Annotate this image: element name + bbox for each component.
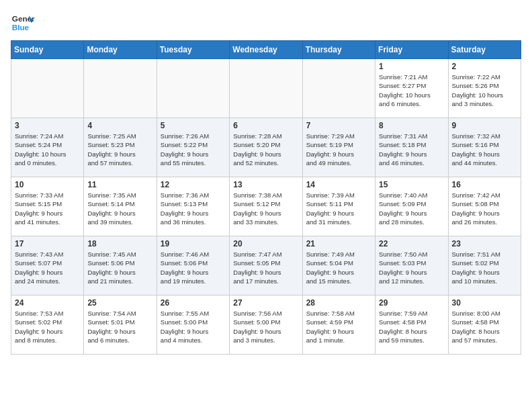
day-info: Sunrise: 7:50 AM Sunset: 5:03 PM Dayligh… bbox=[379, 250, 444, 285]
day-info: Sunrise: 7:24 AM Sunset: 5:24 PM Dayligh… bbox=[15, 132, 80, 167]
day-number: 7 bbox=[306, 121, 371, 130]
day-info: Sunrise: 7:33 AM Sunset: 5:15 PM Dayligh… bbox=[15, 191, 80, 226]
calendar-cell bbox=[157, 59, 229, 118]
day-info: Sunrise: 7:53 AM Sunset: 5:02 PM Dayligh… bbox=[15, 309, 80, 345]
day-number: 6 bbox=[233, 121, 298, 130]
day-number: 22 bbox=[379, 239, 444, 248]
calendar-cell: 17Sunrise: 7:43 AM Sunset: 5:07 PM Dayli… bbox=[11, 236, 84, 295]
calendar-cell: 15Sunrise: 7:40 AM Sunset: 5:09 PM Dayli… bbox=[375, 177, 448, 236]
day-number: 2 bbox=[452, 62, 517, 71]
calendar-cell: 19Sunrise: 7:46 AM Sunset: 5:06 PM Dayli… bbox=[157, 236, 229, 295]
day-of-week-header: Monday bbox=[84, 41, 157, 59]
calendar-cell: 24Sunrise: 7:53 AM Sunset: 5:02 PM Dayli… bbox=[11, 295, 84, 355]
calendar-cell: 4Sunrise: 7:25 AM Sunset: 5:23 PM Daylig… bbox=[84, 118, 157, 177]
day-info: Sunrise: 7:46 AM Sunset: 5:06 PM Dayligh… bbox=[161, 250, 226, 285]
day-number: 12 bbox=[161, 180, 226, 189]
day-number: 15 bbox=[379, 180, 444, 189]
calendar-cell: 29Sunrise: 7:59 AM Sunset: 4:58 PM Dayli… bbox=[375, 295, 448, 355]
calendar-cell bbox=[230, 59, 302, 118]
day-info: Sunrise: 7:59 AM Sunset: 4:58 PM Dayligh… bbox=[379, 309, 444, 345]
day-info: Sunrise: 7:29 AM Sunset: 5:19 PM Dayligh… bbox=[306, 132, 371, 167]
day-number: 23 bbox=[452, 239, 517, 248]
day-number: 3 bbox=[15, 121, 80, 130]
day-info: Sunrise: 7:35 AM Sunset: 5:14 PM Dayligh… bbox=[87, 191, 152, 226]
day-info: Sunrise: 7:55 AM Sunset: 5:00 PM Dayligh… bbox=[161, 309, 226, 345]
day-info: Sunrise: 7:25 AM Sunset: 5:23 PM Dayligh… bbox=[87, 132, 152, 167]
day-of-week-header: Thursday bbox=[302, 41, 375, 59]
calendar-cell: 23Sunrise: 7:51 AM Sunset: 5:02 PM Dayli… bbox=[448, 236, 521, 295]
day-info: Sunrise: 7:31 AM Sunset: 5:18 PM Dayligh… bbox=[379, 132, 444, 167]
calendar-cell: 8Sunrise: 7:31 AM Sunset: 5:18 PM Daylig… bbox=[375, 118, 448, 177]
calendar-cell bbox=[11, 59, 84, 118]
day-of-week-header: Saturday bbox=[448, 41, 521, 59]
day-number: 4 bbox=[87, 121, 152, 130]
day-of-week-header: Friday bbox=[375, 41, 448, 59]
calendar-cell: 21Sunrise: 7:49 AM Sunset: 5:04 PM Dayli… bbox=[302, 236, 375, 295]
day-number: 8 bbox=[379, 121, 444, 130]
day-number: 13 bbox=[233, 180, 298, 189]
calendar-cell: 6Sunrise: 7:28 AM Sunset: 5:20 PM Daylig… bbox=[230, 118, 302, 177]
day-of-week-header: Sunday bbox=[11, 41, 84, 59]
calendar-cell bbox=[84, 59, 157, 118]
calendar-cell: 27Sunrise: 7:56 AM Sunset: 5:00 PM Dayli… bbox=[230, 295, 302, 355]
calendar-cell: 5Sunrise: 7:26 AM Sunset: 5:22 PM Daylig… bbox=[157, 118, 229, 177]
calendar-cell: 26Sunrise: 7:55 AM Sunset: 5:00 PM Dayli… bbox=[157, 295, 229, 355]
day-info: Sunrise: 7:40 AM Sunset: 5:09 PM Dayligh… bbox=[379, 191, 444, 226]
calendar-cell: 7Sunrise: 7:29 AM Sunset: 5:19 PM Daylig… bbox=[302, 118, 375, 177]
day-number: 19 bbox=[161, 239, 226, 248]
day-info: Sunrise: 7:47 AM Sunset: 5:05 PM Dayligh… bbox=[233, 250, 298, 285]
day-number: 27 bbox=[233, 298, 298, 308]
calendar-cell: 28Sunrise: 7:58 AM Sunset: 4:59 PM Dayli… bbox=[302, 295, 375, 355]
svg-text:Blue: Blue bbox=[12, 23, 30, 32]
day-number: 18 bbox=[87, 239, 152, 248]
day-number: 14 bbox=[306, 180, 371, 189]
calendar-cell: 18Sunrise: 7:45 AM Sunset: 5:06 PM Dayli… bbox=[84, 236, 157, 295]
calendar-cell: 3Sunrise: 7:24 AM Sunset: 5:24 PM Daylig… bbox=[11, 118, 84, 177]
day-number: 28 bbox=[306, 298, 371, 308]
calendar-cell: 30Sunrise: 8:00 AM Sunset: 4:58 PM Dayli… bbox=[448, 295, 521, 355]
day-number: 24 bbox=[15, 298, 80, 308]
day-info: Sunrise: 7:22 AM Sunset: 5:26 PM Dayligh… bbox=[452, 73, 517, 108]
day-number: 5 bbox=[161, 121, 226, 130]
day-info: Sunrise: 7:42 AM Sunset: 5:08 PM Dayligh… bbox=[452, 191, 517, 226]
day-info: Sunrise: 7:51 AM Sunset: 5:02 PM Dayligh… bbox=[452, 250, 517, 285]
day-info: Sunrise: 7:43 AM Sunset: 5:07 PM Dayligh… bbox=[15, 250, 80, 285]
day-info: Sunrise: 7:21 AM Sunset: 5:27 PM Dayligh… bbox=[379, 73, 444, 108]
calendar-cell bbox=[302, 59, 375, 118]
calendar-cell: 11Sunrise: 7:35 AM Sunset: 5:14 PM Dayli… bbox=[84, 177, 157, 236]
day-number: 20 bbox=[233, 239, 298, 248]
calendar-cell: 14Sunrise: 7:39 AM Sunset: 5:11 PM Dayli… bbox=[302, 177, 375, 236]
logo: General Blue bbox=[11, 11, 35, 35]
calendar-cell: 13Sunrise: 7:38 AM Sunset: 5:12 PM Dayli… bbox=[230, 177, 302, 236]
day-info: Sunrise: 8:00 AM Sunset: 4:58 PM Dayligh… bbox=[452, 309, 517, 345]
calendar-cell: 12Sunrise: 7:36 AM Sunset: 5:13 PM Dayli… bbox=[157, 177, 229, 236]
calendar-cell: 16Sunrise: 7:42 AM Sunset: 5:08 PM Dayli… bbox=[448, 177, 521, 236]
day-of-week-header: Tuesday bbox=[157, 41, 229, 59]
calendar-cell: 9Sunrise: 7:32 AM Sunset: 5:16 PM Daylig… bbox=[448, 118, 521, 177]
day-number: 21 bbox=[306, 239, 371, 248]
day-info: Sunrise: 7:39 AM Sunset: 5:11 PM Dayligh… bbox=[306, 191, 371, 226]
calendar-cell: 22Sunrise: 7:50 AM Sunset: 5:03 PM Dayli… bbox=[375, 236, 448, 295]
logo-icon: General Blue bbox=[11, 11, 35, 35]
calendar-cell: 25Sunrise: 7:54 AM Sunset: 5:01 PM Dayli… bbox=[84, 295, 157, 355]
day-number: 17 bbox=[15, 239, 80, 248]
day-number: 26 bbox=[161, 298, 226, 308]
day-info: Sunrise: 7:58 AM Sunset: 4:59 PM Dayligh… bbox=[306, 309, 371, 345]
day-number: 25 bbox=[87, 298, 152, 308]
day-info: Sunrise: 7:26 AM Sunset: 5:22 PM Dayligh… bbox=[161, 132, 226, 167]
day-number: 29 bbox=[379, 298, 444, 308]
day-number: 30 bbox=[452, 298, 517, 308]
day-info: Sunrise: 7:32 AM Sunset: 5:16 PM Dayligh… bbox=[452, 132, 517, 167]
day-number: 9 bbox=[452, 121, 517, 130]
day-number: 1 bbox=[379, 62, 444, 71]
day-number: 16 bbox=[452, 180, 517, 189]
page-header: General Blue bbox=[11, 11, 521, 35]
day-of-week-header: Wednesday bbox=[230, 41, 302, 59]
day-number: 10 bbox=[15, 180, 80, 189]
calendar-cell: 2Sunrise: 7:22 AM Sunset: 5:26 PM Daylig… bbox=[448, 59, 521, 118]
day-info: Sunrise: 7:36 AM Sunset: 5:13 PM Dayligh… bbox=[161, 191, 226, 226]
day-info: Sunrise: 7:54 AM Sunset: 5:01 PM Dayligh… bbox=[87, 309, 152, 345]
calendar-cell: 1Sunrise: 7:21 AM Sunset: 5:27 PM Daylig… bbox=[375, 59, 448, 118]
calendar-cell: 10Sunrise: 7:33 AM Sunset: 5:15 PM Dayli… bbox=[11, 177, 84, 236]
day-info: Sunrise: 7:56 AM Sunset: 5:00 PM Dayligh… bbox=[233, 309, 298, 345]
